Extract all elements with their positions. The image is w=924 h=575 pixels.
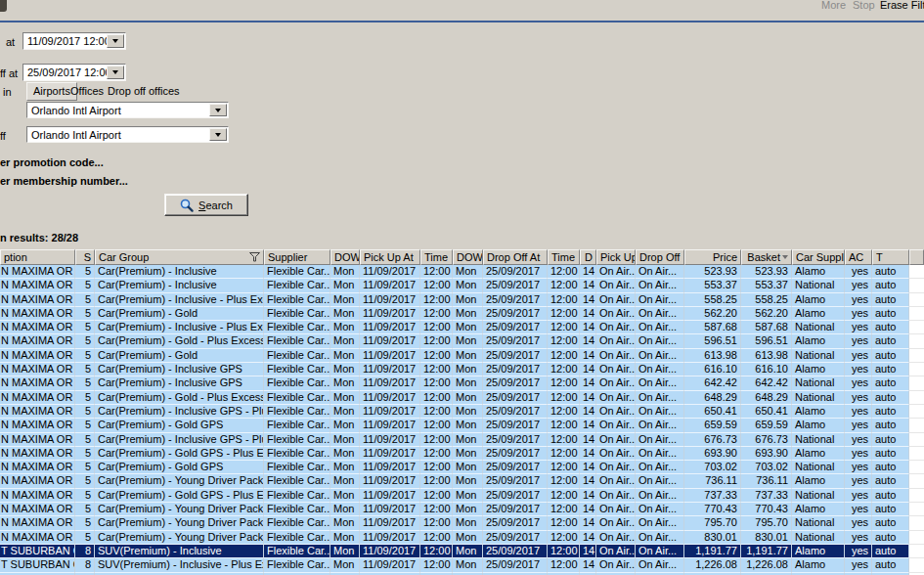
- cell-time2: 12:00: [548, 516, 580, 530]
- table-row[interactable]: N MAXIMA OR ...5Car(Premium) - Inclusive…: [0, 293, 924, 307]
- cell-desc: N MAXIMA OR ...: [0, 293, 75, 307]
- more-button[interactable]: More: [821, 0, 846, 11]
- cell-s: 5: [75, 474, 95, 488]
- column-header-basket[interactable]: Basket: [741, 249, 792, 265]
- chevron-down-icon: [112, 39, 118, 43]
- table-row[interactable]: T SUBURBAN O...8SUV(Premium) - Inclusive…: [0, 558, 924, 572]
- table-row[interactable]: N MAXIMA OR ...5Car(Premium) - Gold GPS …: [0, 447, 924, 461]
- cell-carSupplier: National: [792, 433, 845, 447]
- table-row[interactable]: N MAXIMA OR ...5Car(Premium) - Inclusive…: [0, 433, 924, 447]
- cell-pickupAt: 11/09/2017: [360, 503, 420, 516]
- table-row-selected[interactable]: T SUBURBAN O...8SUV(Premium) - Inclusive…: [0, 545, 924, 558]
- column-header-label: Time: [551, 251, 575, 263]
- cell-dow2: Mon: [453, 391, 483, 405]
- cell-desc: N MAXIMA OR ...: [0, 447, 75, 461]
- pickup-datetime-dropdown-button[interactable]: [107, 34, 124, 48]
- cell-basket: 648.29: [741, 391, 792, 405]
- column-header-supplier[interactable]: Supplier: [264, 249, 330, 265]
- pickup-datetime-combo[interactable]: 11/09/2017 12:00: [22, 32, 126, 50]
- filter-funnel-icon[interactable]: [249, 252, 260, 262]
- cell-dow2: Mon: [453, 405, 483, 419]
- cell-time2: 12:00: [548, 363, 580, 376]
- table-row[interactable]: N MAXIMA OR ...5Car(Premium) - Gold GPSF…: [0, 461, 924, 474]
- cell-pickupAt: 11/09/2017: [360, 531, 420, 545]
- table-row[interactable]: N MAXIMA OR ...5Car(Premium) - Young Dri…: [0, 474, 924, 488]
- table-row[interactable]: N MAXIMA OR ...5Car(Premium) - GoldFlexi…: [0, 307, 924, 321]
- cell-t: auto: [872, 376, 909, 390]
- cell-carSupplier: National: [792, 321, 845, 334]
- cell-group: Car(Premium) - Gold: [95, 307, 264, 321]
- tab-offices[interactable]: Offices: [70, 85, 104, 97]
- cell-dow2: Mon: [453, 489, 483, 503]
- table-row[interactable]: N MAXIMA OR ...5Car(Premium) - Inclusive…: [0, 405, 924, 419]
- column-header-d[interactable]: D: [580, 249, 596, 265]
- cell-pickup: On Air...: [596, 531, 636, 545]
- cell-filler: [909, 489, 924, 503]
- cell-ac: yes: [845, 321, 872, 334]
- stop-button[interactable]: Stop: [853, 0, 875, 11]
- cell-supplier: Flexible Car...: [264, 545, 330, 558]
- cell-pickupAt: 11/09/2017: [360, 545, 420, 558]
- column-header-price[interactable]: Price: [684, 249, 741, 265]
- cell-dropoffAt: 25/09/2017: [483, 558, 548, 572]
- cell-time2: 12:00: [548, 447, 580, 461]
- cell-filler: [909, 334, 924, 348]
- column-header-label: AC: [849, 251, 863, 263]
- column-header-label: Supplier: [268, 251, 307, 263]
- column-header-time2[interactable]: Time: [548, 249, 580, 265]
- cell-s: 5: [75, 321, 95, 334]
- membership-number-link[interactable]: er membership number...: [0, 175, 128, 187]
- erase-filters-button[interactable]: Erase Filte: [880, 0, 924, 11]
- cell-time2: 12:00: [548, 531, 580, 545]
- column-header-ac[interactable]: AC: [845, 249, 872, 265]
- table-row[interactable]: N MAXIMA OR ...5Car(Premium) - Young Dri…: [0, 516, 924, 530]
- table-row[interactable]: N MAXIMA OR ...5Car(Premium) - Inclusive…: [0, 265, 924, 279]
- column-header-pickup[interactable]: Pick Up: [596, 249, 636, 265]
- pickup-location-dropdown-button[interactable]: [209, 104, 227, 116]
- column-header-dow1[interactable]: DOW: [330, 249, 360, 265]
- cell-dow1: Mon: [330, 321, 360, 334]
- table-row[interactable]: N MAXIMA OR ...5Car(Premium) - Young Dri…: [0, 503, 924, 516]
- cell-desc: N MAXIMA OR ...: [0, 279, 75, 292]
- cell-supplier: Flexible Car...: [264, 363, 330, 376]
- column-header-dow2[interactable]: DOW: [453, 249, 483, 265]
- dropoff-location-dropdown-button[interactable]: [209, 128, 227, 141]
- column-header-group[interactable]: Car Group: [95, 249, 264, 265]
- cell-dropoff: On Air...: [636, 363, 684, 376]
- cell-basket: 737.33: [741, 489, 792, 503]
- column-header-pickupAt[interactable]: Pick Up At: [360, 249, 420, 265]
- column-header-t[interactable]: T: [872, 249, 909, 265]
- table-row[interactable]: N MAXIMA OR ...5Car(Premium) - Gold - Pl…: [0, 334, 924, 348]
- table-row[interactable]: N MAXIMA OR ...5Car(Premium) - Young Dri…: [0, 531, 924, 545]
- cell-pickup: On Air...: [596, 516, 636, 530]
- table-row[interactable]: N MAXIMA OR ...5Car(Premium) - Inclusive…: [0, 363, 924, 376]
- column-header-s[interactable]: S: [75, 249, 95, 265]
- cell-price: 587.68: [684, 321, 741, 334]
- pickup-location-combo[interactable]: Orlando Intl Airport: [26, 102, 229, 118]
- search-button[interactable]: Search: [164, 194, 248, 216]
- table-row[interactable]: N MAXIMA OR ...5Car(Premium) - Inclusive…: [0, 321, 924, 334]
- dropoff-datetime-dropdown-button[interactable]: [107, 66, 124, 79]
- column-header-carSupplier[interactable]: Car Supplier: [792, 249, 845, 265]
- table-row[interactable]: N MAXIMA OR ...5Car(Premium) - Inclusive…: [0, 376, 924, 390]
- column-header-dropoff[interactable]: Drop Off: [636, 249, 684, 265]
- table-row[interactable]: N MAXIMA OR ...5Car(Premium) - GoldFlexi…: [0, 349, 924, 363]
- cell-basket: 616.10: [741, 363, 792, 376]
- column-header-time1[interactable]: Time: [420, 249, 453, 265]
- column-header-desc[interactable]: ption: [0, 249, 75, 265]
- dropoff-datetime-combo[interactable]: 25/09/2017 12:00: [22, 64, 126, 81]
- promotion-code-link[interactable]: er promotion code...: [0, 156, 104, 168]
- cell-s: 5: [75, 334, 95, 348]
- table-row[interactable]: N MAXIMA OR ...5Car(Premium) - Gold GPS …: [0, 489, 924, 503]
- cell-basket: 562.20: [741, 307, 792, 321]
- table-row[interactable]: N MAXIMA OR ...5Car(Premium) - Gold - Pl…: [0, 391, 924, 405]
- table-row[interactable]: N MAXIMA OR ...5Car(Premium) - Inclusive…: [0, 279, 924, 292]
- table-row[interactable]: N MAXIMA OR ...5Car(Premium) - Gold GPSF…: [0, 419, 924, 432]
- column-header-dropoffAt[interactable]: Drop Off At: [483, 249, 548, 265]
- cell-price: 596.51: [684, 334, 741, 348]
- dropoff-location-combo[interactable]: Orlando Intl Airport: [26, 126, 229, 143]
- cell-price: 650.41: [684, 405, 741, 419]
- tab-dropoff-offices[interactable]: Drop off offices: [108, 85, 180, 97]
- cell-dow1: Mon: [330, 265, 360, 279]
- results-count-label: n results: 28/28: [0, 232, 78, 243]
